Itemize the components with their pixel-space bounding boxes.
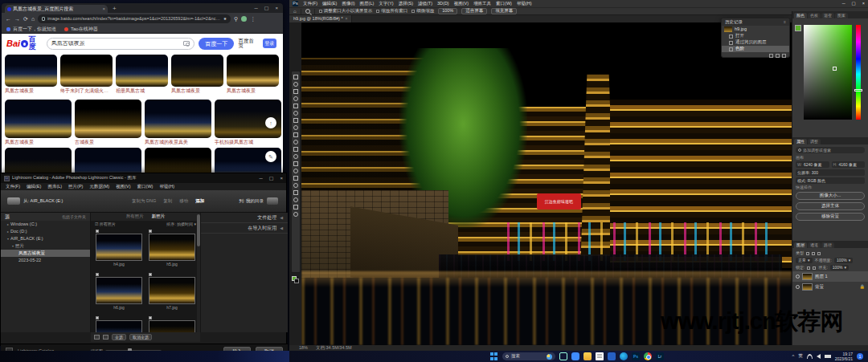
- import-photo-cell[interactable]: h7.jpg: [149, 273, 195, 310]
- clock[interactable]: 19:17 2023/6/21: [835, 352, 853, 362]
- foreground-color-mini-swatch[interactable]: [795, 25, 801, 31]
- tree-arrow-icon[interactable]: ▸: [7, 230, 9, 234]
- history-step[interactable]: 打开: [722, 33, 789, 39]
- history-step[interactable]: 色阶: [722, 46, 789, 52]
- image-result-card[interactable]: 凤凰古城夜景: [5, 100, 72, 144]
- image-result-card[interactable]: 凤凰古城夜景: [227, 55, 279, 93]
- import-method[interactable]: 添加: [195, 199, 204, 204]
- address-bar[interactable]: image.baidu.com/search/index?tn=baiduima…: [38, 14, 231, 23]
- result-thumbnail[interactable]: [145, 100, 211, 138]
- pen-tool[interactable]: [293, 175, 299, 181]
- import-photo-cell[interactable]: h8.jpg: [96, 316, 142, 332]
- search-box[interactable]: [47, 38, 194, 50]
- hue-slider-handle[interactable]: [854, 89, 862, 92]
- folder-tree-row[interactable]: 2023-05-22: [1, 257, 90, 264]
- collapse-arrow-icon[interactable]: ◀: [280, 226, 283, 230]
- hand-tool[interactable]: [293, 204, 299, 210]
- panel-tab[interactable]: 色板: [808, 13, 821, 18]
- menu-item[interactable]: 图像(I): [342, 2, 354, 6]
- ime-indicator[interactable]: 英: [798, 354, 803, 359]
- visibility-eye-icon[interactable]: [796, 285, 800, 289]
- menu-item[interactable]: 帮助(H): [517, 2, 532, 6]
- zoom-level[interactable]: 18%: [299, 346, 308, 351]
- panel-menu-icon[interactable]: ≡: [784, 20, 786, 24]
- delete-state-icon[interactable]: [782, 54, 786, 58]
- bookmark-item[interactable]: Tao在线神器: [64, 26, 98, 31]
- bookmark-item[interactable]: 百度一下，你就知道: [6, 26, 56, 31]
- menu-item[interactable]: 编辑(E): [322, 2, 337, 6]
- menu-item[interactable]: 文件(F): [303, 2, 317, 6]
- tab-close-icon[interactable]: ×: [346, 17, 348, 21]
- photo-thumbnail[interactable]: [96, 320, 142, 332]
- login-button[interactable]: 登录: [263, 39, 276, 48]
- new-snapshot-icon[interactable]: [776, 54, 780, 58]
- import-photo-cell[interactable]: h5.jpg: [149, 230, 195, 266]
- history-panel-header[interactable]: 历史记录 ≡: [722, 18, 789, 26]
- dimension-field[interactable]: H: 4160 像素: [832, 161, 866, 168]
- photo-thumbnail[interactable]: [149, 320, 195, 332]
- filter-type-icon[interactable]: [817, 252, 821, 255]
- menu-item[interactable]: 视图(V): [454, 2, 469, 6]
- home-icon[interactable]: ⌂: [293, 9, 297, 14]
- panel-tab[interactable]: 图案: [835, 13, 848, 18]
- file-explorer-icon[interactable]: [583, 352, 592, 360]
- menu-item[interactable]: 图库(L): [47, 185, 62, 189]
- panel-tab[interactable]: 路径: [821, 242, 834, 248]
- photo-thumbnail[interactable]: [96, 277, 142, 304]
- menu-icon[interactable]: ⋮: [250, 16, 256, 22]
- tree-arrow-icon[interactable]: ▸: [7, 223, 9, 226]
- profile-avatar[interactable]: [241, 16, 247, 22]
- new-document-icon[interactable]: [769, 54, 773, 58]
- color-swatches[interactable]: [292, 276, 299, 283]
- photo-thumbnail[interactable]: [96, 234, 142, 261]
- check-all-label[interactable]: ☑ 所有照片: [95, 222, 116, 226]
- grid-tab[interactable]: 所有照片: [126, 214, 144, 219]
- collapse-arrow-icon[interactable]: ◀: [280, 216, 283, 220]
- quick-select-tool[interactable]: [293, 96, 299, 102]
- blend-mode-select[interactable]: 正常▾: [796, 258, 813, 263]
- deselect-all-button[interactable]: 取消全选: [129, 334, 152, 340]
- menu-item[interactable]: 3D(D): [437, 2, 449, 6]
- chrome-icon[interactable]: [644, 352, 652, 360]
- dimension-field[interactable]: W: 6240 像素: [796, 161, 829, 168]
- photo-checkbox[interactable]: [149, 316, 152, 319]
- photo-checkbox[interactable]: [96, 273, 99, 276]
- image-result-card[interactable]: 终于来到了充满烟火气的凤凰古城 夜景: [60, 55, 113, 93]
- quick-action-button[interactable]: 移除背景: [796, 213, 865, 221]
- panel-tab[interactable]: 渐变: [821, 13, 834, 18]
- lasso-tool[interactable]: [293, 88, 299, 95]
- camera-icon[interactable]: [183, 41, 190, 46]
- import-destination[interactable]: 到: 我的目录: [239, 197, 286, 205]
- folder-tree-row[interactable]: ▾ 照片: [1, 242, 90, 250]
- minimize-icon[interactable]: ─: [255, 6, 258, 10]
- store-icon[interactable]: [608, 352, 616, 360]
- blur-tool[interactable]: [293, 161, 299, 167]
- new-tab-button[interactable]: +: [113, 6, 117, 12]
- menu-item[interactable]: 图层(L): [360, 2, 375, 6]
- brush-tool[interactable]: [293, 124, 299, 131]
- search-input[interactable]: [51, 41, 181, 47]
- battery-icon[interactable]: [825, 355, 831, 358]
- import-method[interactable]: 移动: [179, 199, 188, 204]
- eraser-tool[interactable]: [293, 146, 299, 153]
- notification-badge[interactable]: 1: [857, 353, 863, 360]
- adjustment-search-box[interactable]: 添加调整或搜索: [796, 147, 865, 153]
- photoshop-taskbar-icon[interactable]: Ps: [632, 352, 640, 360]
- menu-item[interactable]: 元数据(M): [89, 185, 109, 189]
- image-result-card[interactable]: 凤凰古城夜景: [171, 55, 223, 93]
- import-photo-cell[interactable]: h4.jpg: [96, 230, 142, 266]
- grid-view-icon[interactable]: [94, 335, 100, 340]
- canvas-photo[interactable]: 江边鱼府味道吧: [301, 22, 792, 345]
- panel-tab[interactable]: 属性: [794, 139, 807, 144]
- tree-arrow-icon[interactable]: ▾: [7, 238, 9, 241]
- tree-arrow-icon[interactable]: ▾: [12, 245, 14, 248]
- import-method[interactable]: 复制为 DNG: [132, 199, 156, 204]
- sort-label[interactable]: 排序: 拍摄时间 ▾: [166, 222, 196, 226]
- image-result-card[interactable]: 凤凰古城的夜景真美: [145, 100, 211, 144]
- reload-icon[interactable]: ⟳: [23, 16, 28, 22]
- filter-adjustment-icon[interactable]: [812, 252, 815, 255]
- task-view-icon[interactable]: [559, 352, 567, 360]
- menu-item[interactable]: 文字(Y): [379, 2, 393, 6]
- scrubby-zoom-checkbox[interactable]: 细微缩放: [411, 9, 434, 14]
- photo-checkbox[interactable]: [96, 316, 99, 319]
